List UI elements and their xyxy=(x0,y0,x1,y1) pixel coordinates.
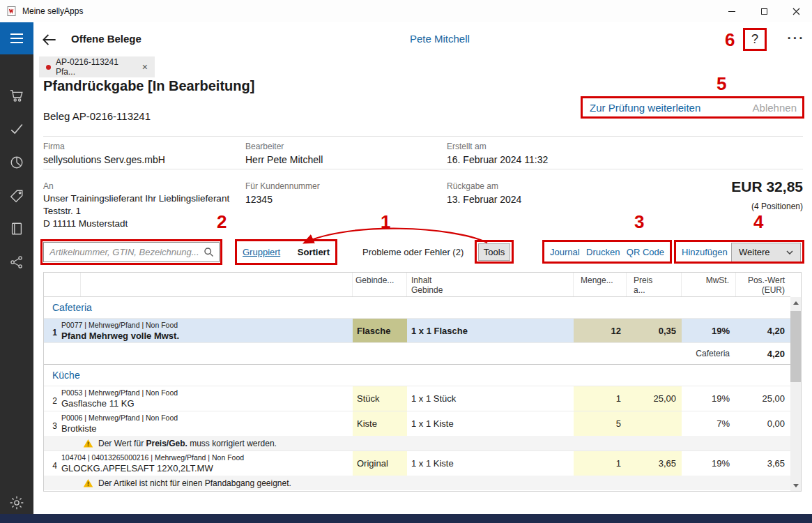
erstellt-label: Erstellt am xyxy=(447,142,487,151)
row-description: P0006 | Mehrweg/Pfand | Non Food Brotkis… xyxy=(59,411,353,436)
mwst-cell: 7% xyxy=(682,411,736,436)
reject-button[interactable]: Ablehnen xyxy=(753,102,797,114)
col-preis: Preisa... xyxy=(627,273,682,296)
inhalt-cell: 1 x 1 Flasche xyxy=(407,319,574,342)
add-row: Hinzufügen Weitere xyxy=(676,241,802,263)
back-arrow-icon[interactable] xyxy=(40,31,59,49)
page-header-title: Offene Belege xyxy=(71,33,141,45)
bearbeiter-label: Bearbeiter xyxy=(245,142,284,151)
warning-text: Der Wert für Preis/Geb. muss korrigiert … xyxy=(98,439,277,448)
rueckgabe-value: 13. Februar 2024 xyxy=(447,194,521,205)
bearbeiter-value: Herr Pete Mitchell xyxy=(245,154,323,165)
menge-cell[interactable]: 1 xyxy=(574,386,627,411)
gebinde-cell[interactable]: Stück xyxy=(353,386,407,411)
tag-icon[interactable] xyxy=(9,188,24,204)
an-value: Unser Trainingslieferant Ihr Lieblingsli… xyxy=(43,192,229,230)
print-link[interactable]: Drucken xyxy=(586,247,620,257)
grouped-toggle[interactable]: Gruppiert xyxy=(243,247,280,257)
share-icon[interactable] xyxy=(9,255,24,270)
annotation-6: 6 xyxy=(725,29,735,51)
gebinde-cell[interactable]: Flasche xyxy=(353,319,407,342)
preis-cell[interactable]: 3,65 xyxy=(627,451,682,476)
erstellt-value: 16. Februar 2024 11:32 xyxy=(447,154,548,165)
sorted-toggle[interactable]: Sortiert xyxy=(298,247,330,257)
minimize-icon[interactable] xyxy=(716,0,748,22)
document-actions: Zur Prüfung weiterleiten Ablehnen xyxy=(583,98,802,116)
mwst-cell: 19% xyxy=(682,386,736,411)
preis-cell[interactable]: 0,35 xyxy=(627,319,682,342)
document-tab[interactable]: AP-0216-113241 Pfa... × xyxy=(39,56,155,77)
kundennummer-value: 12345 xyxy=(245,194,273,205)
menge-cell[interactable]: 5 xyxy=(574,411,627,436)
book-icon[interactable] xyxy=(9,221,24,236)
weitere-label: Weitere xyxy=(739,247,770,257)
mwst-cell: 19% xyxy=(682,451,736,476)
gear-icon[interactable] xyxy=(9,495,24,510)
mwst-cell: 19% xyxy=(682,319,736,342)
col-wert: Pos.-Wert(EUR) xyxy=(736,273,790,296)
subtotal-row: Cafeteria 4,20 xyxy=(44,342,790,365)
an-line2: Teststr. 1 xyxy=(43,205,229,218)
add-link[interactable]: Hinzufügen xyxy=(682,247,728,257)
scrollbar-thumb[interactable] xyxy=(790,311,801,382)
firma-label: Firma xyxy=(43,142,65,151)
subtotal-value: 4,20 xyxy=(736,349,790,359)
positions-table: Gebinde... InhaltGebinde Menge... Preisa… xyxy=(43,272,802,492)
menge-cell[interactable]: 12 xyxy=(574,319,627,342)
table-row-2[interactable]: 2 P0053 | Mehrweg/Pfand | Non Food Gasfl… xyxy=(44,386,790,411)
wert-cell: 25,00 xyxy=(736,386,790,411)
an-line1: Unser Trainingslieferant Ihr Lieblingsli… xyxy=(43,192,229,205)
scroll-up-icon[interactable] xyxy=(790,297,801,308)
scroll-down-icon[interactable] xyxy=(790,480,801,491)
warning-icon xyxy=(83,478,93,487)
window-controls xyxy=(716,0,812,22)
total-amount: EUR 32,85 xyxy=(627,179,803,195)
kundennummer-label: Für Kundennummer xyxy=(245,181,320,191)
subtotal-label: Cafeteria xyxy=(44,349,736,358)
table-row-4[interactable]: 4 104704 | 04013265000216 | Mehrweg/Pfan… xyxy=(44,450,790,476)
window-title: Meine sellyApps xyxy=(22,6,83,16)
menge-cell[interactable]: 1 xyxy=(574,451,627,476)
document-title: Pfandrückgabe [In Bearbeitung] xyxy=(43,78,254,94)
close-icon[interactable] xyxy=(780,0,812,22)
col-gebinde: Gebinde... xyxy=(353,273,407,296)
maximize-icon[interactable] xyxy=(748,0,780,22)
titlebar: Meine sellyApps xyxy=(0,0,812,22)
gebinde-cell[interactable]: Original xyxy=(353,451,407,476)
pie-chart-icon[interactable] xyxy=(9,155,24,170)
tools-button[interactable]: Tools xyxy=(478,243,510,261)
document-links: Journal Drucken QR Code xyxy=(544,241,670,263)
weitere-dropdown[interactable]: Weitere xyxy=(731,243,801,262)
table-row-1[interactable]: 1 P0077 | Mehrweg/Pfand | Non Food Pfand… xyxy=(44,318,790,342)
app-window: Meine sellyApps Offene Belege Pete Mitch… xyxy=(0,0,812,523)
check-icon[interactable] xyxy=(9,121,24,137)
an-line3: D 11111 Musterstadt xyxy=(43,218,229,230)
row-number: 1 xyxy=(44,319,59,342)
preis-cell[interactable] xyxy=(627,411,682,436)
hamburger-icon[interactable] xyxy=(0,22,33,54)
more-menu-icon[interactable]: ··· xyxy=(782,28,810,49)
row-number: 2 xyxy=(44,386,59,411)
group-sort-toggle: Gruppiert Sortiert xyxy=(237,241,335,263)
help-button[interactable]: ? xyxy=(743,28,767,51)
table-row-3[interactable]: 3 P0006 | Mehrweg/Pfand | Non Food Brotk… xyxy=(44,411,790,436)
row-description: 104704 | 04013265000216 | Mehrweg/Pfand … xyxy=(59,451,353,476)
vertical-scrollbar[interactable] xyxy=(790,297,801,491)
col-description xyxy=(81,273,353,296)
col-inhalt: InhaltGebinde xyxy=(407,273,574,296)
warning-icon xyxy=(83,439,93,448)
row-description: P0053 | Mehrweg/Pfand | Non Food Gasflas… xyxy=(59,386,353,411)
journal-link[interactable]: Journal xyxy=(550,247,580,257)
problems-count: Probleme oder Fehler (2) xyxy=(362,247,464,257)
qr-code-link[interactable]: QR Code xyxy=(627,247,664,257)
wert-cell: 0,00 xyxy=(736,411,790,436)
user-menu[interactable]: Pete Mitchell xyxy=(410,33,470,45)
gebinde-cell[interactable]: Kiste xyxy=(353,411,407,436)
separator xyxy=(43,136,803,137)
cart-icon[interactable] xyxy=(9,88,24,103)
forward-for-review-button[interactable]: Zur Prüfung weiterleiten xyxy=(590,102,700,114)
search-input[interactable] xyxy=(43,242,220,262)
preis-cell[interactable]: 25,00 xyxy=(627,386,682,411)
search-icon[interactable] xyxy=(203,246,215,258)
tab-close-icon[interactable]: × xyxy=(142,61,148,73)
